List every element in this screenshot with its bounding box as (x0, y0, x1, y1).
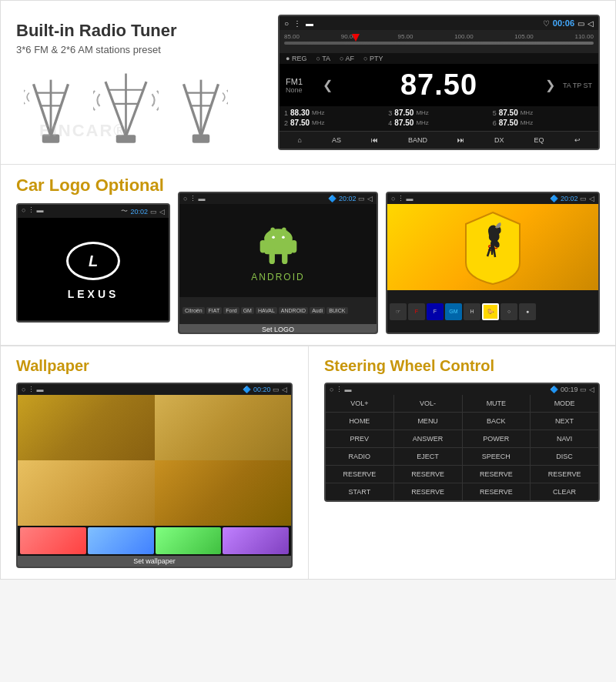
btn-menu[interactable]: MENU (394, 413, 462, 430)
wp-thumb-1[interactable] (20, 527, 86, 554)
radio-topbar: ○ ⋮ ▬ ♡ 00:06 ▭ ◁ (280, 16, 598, 30)
citroen-box: ☞ (390, 303, 407, 320)
ferrari-logo-strip: ☞ F F GM H 🐎 ○ ● (387, 290, 598, 333)
btn-reserve-5[interactable]: RESERVE (394, 483, 462, 500)
ctrl-as[interactable]: AS (329, 135, 344, 145)
lexus-topbar: ○ ⋮ ▬ 〜 20:02 ▭ ◁ (18, 205, 169, 218)
btn-back[interactable]: BACK (463, 413, 531, 430)
ctrl-next[interactable]: ⏭ (454, 135, 467, 145)
lexus-oval: L (66, 242, 120, 280)
radio-opt-ta[interactable]: ○ TA (316, 55, 330, 62)
radio-time: 00:06 (553, 18, 574, 28)
btn-next[interactable]: NEXT (531, 413, 598, 430)
ctrl-home[interactable]: ⌂ (295, 135, 305, 145)
btn-home[interactable]: HOME (326, 413, 393, 430)
svg-point-26 (272, 236, 275, 239)
btn-start[interactable]: START (326, 483, 393, 500)
antenna-icon-2 (93, 68, 159, 145)
wp-thumb-3[interactable] (156, 527, 222, 554)
ctrl-back[interactable]: ↩ (571, 135, 584, 145)
btn-reserve-4[interactable]: RESERVE (531, 466, 598, 483)
prev-arrow[interactable]: ❮ (323, 78, 333, 92)
ctrl-band[interactable]: BAND (405, 135, 430, 145)
btn-mute[interactable]: MUTE (463, 395, 531, 412)
radio-subtitle: 3*6 FM & 2*6 AM stations preset (16, 44, 263, 55)
radio-title: Built-in Radio Tuner (16, 21, 263, 41)
radio-presets: 1 88.30 MHz 3 87.50 MHz 5 87.50 MHz (280, 106, 598, 131)
steering-screen: ○ ⋮ ▬ 🔷 00:19 ▭ ◁ VOL+ VOL- MUTE MODE HO… (324, 383, 600, 502)
steering-section: Steering Wheel Control ○ ⋮ ▬ 🔷 00:19 ▭ ◁… (309, 346, 615, 579)
btn-vol-plus[interactable]: VOL+ (326, 395, 393, 412)
android-logo-area: ANDROID (179, 204, 377, 297)
steering-topbar: ○ ⋮ ▬ 🔷 00:19 ▭ ◁ (326, 384, 598, 395)
ford-chip: Ford (223, 307, 239, 314)
freq-scale: 85.00 90.00 95.00 100.00 105.00 110.00 (284, 33, 594, 40)
radio-opt-reg[interactable]: ● REG (286, 55, 306, 62)
btn-disc[interactable]: DISC (531, 448, 598, 465)
btn-eject[interactable]: EJECT (394, 448, 462, 465)
antenna-area: EINCAR® (16, 68, 263, 145)
audi-chip: Audi (310, 307, 325, 314)
logo-screens: ○ ⋮ ▬ 〜 20:02 ▭ ◁ L LEXUS (16, 203, 600, 334)
steering-time: 00:19 (561, 386, 578, 393)
lexus-screen: ○ ⋮ ▬ 〜 20:02 ▭ ◁ L LEXUS (16, 203, 170, 323)
wp-thumbnails (18, 526, 291, 556)
btn-clear[interactable]: CLEAR (531, 483, 598, 500)
svg-rect-23 (291, 240, 296, 253)
ferrari-set-logo[interactable]: Set LOGO (387, 333, 598, 334)
wp-thumb-2[interactable] (88, 527, 154, 554)
btn-speech[interactable]: SPEECH (463, 448, 531, 465)
ferrari-logo-area: SF ☞ F F GM H (387, 204, 598, 334)
preset-4[interactable]: 4 87.50 MHz (388, 119, 489, 127)
preset-1[interactable]: 1 88.30 MHz (284, 109, 385, 117)
sim-icon: ▬ (306, 19, 313, 28)
radio-main: FM1 None ❮ 87.50 ❯ TA TP ST (280, 64, 598, 106)
btn-navi[interactable]: NAVI (531, 430, 598, 447)
next-arrow[interactable]: ❯ (545, 78, 555, 92)
haval-chip: HAVAL (256, 307, 277, 314)
freq-marker (352, 34, 360, 42)
preset-row-2: 2 87.50 MHz 4 87.50 MHz 6 87.50 MHz (284, 119, 594, 127)
svg-rect-11 (116, 135, 136, 143)
btn-mode[interactable]: MODE (531, 395, 598, 412)
lexus-logo-area: L LEXUS (18, 218, 169, 320)
wp-tile-2 (155, 395, 292, 460)
freq-line (284, 42, 594, 45)
btn-power[interactable]: POWER (463, 430, 531, 447)
btn-radio[interactable]: RADIO (326, 448, 393, 465)
android-set-logo[interactable]: Set LOGO (179, 324, 377, 334)
wp-set-wallpaper[interactable]: Set wallpaper (18, 556, 291, 567)
ford-box: F (427, 303, 444, 320)
wp-tile-1 (18, 395, 155, 460)
radio-screen: ○ ⋮ ▬ ♡ 00:06 ▭ ◁ 85.00 90.00 95.00 100.… (278, 15, 600, 150)
preset-3[interactable]: 3 87.50 MHz (388, 109, 489, 117)
android-topbar: ○ ⋮ ▬ 🔷 20:02 ▭ ◁ (179, 193, 377, 204)
btn-reserve-2[interactable]: RESERVE (394, 466, 462, 483)
btn-reserve-6[interactable]: RESERVE (463, 483, 531, 500)
btn-answer[interactable]: ANSWER (394, 430, 462, 447)
lexus-chip: Lexus (79, 322, 99, 323)
radio-opt-af[interactable]: ○ AF (340, 55, 354, 62)
radio-ta-tp-st: TA TP ST (561, 82, 592, 89)
btn-prev[interactable]: PREV (326, 430, 393, 447)
steering-title: Steering Wheel Control (324, 357, 600, 375)
preset-2[interactable]: 2 87.50 MHz (284, 119, 385, 127)
preset-5[interactable]: 5 87.50 MHz (493, 109, 594, 117)
btn-reserve-3[interactable]: RESERVE (463, 466, 531, 483)
radio-options[interactable]: ● REG ○ TA ○ AF ○ PTY (280, 53, 598, 64)
ctrl-prev[interactable]: ⏮ (368, 135, 381, 145)
ctrl-dx[interactable]: DX (491, 135, 507, 145)
wp-thumb-4[interactable] (223, 527, 289, 554)
radio-label: FM1 None (286, 77, 316, 94)
ctrl-eq[interactable]: EQ (531, 135, 547, 145)
radio-opt-pty[interactable]: ○ PTY (363, 55, 383, 62)
preset-6[interactable]: 6 87.50 MHz (493, 119, 594, 127)
btn-vol-minus[interactable]: VOL- (394, 395, 462, 412)
mitsubishi-chip: ♦ (100, 322, 108, 323)
btn-reserve-1[interactable]: RESERVE (326, 466, 393, 483)
radio-controls: ⌂ AS ⏮ BAND ⏭ DX EQ ↩ (280, 131, 598, 149)
preset-row-1: 1 88.30 MHz 3 87.50 MHz 5 87.50 MHz (284, 109, 594, 117)
ferrari-shield: SF (387, 204, 598, 290)
fiat-chip: FIAT (206, 307, 223, 314)
citroen-chip: Citroën (182, 307, 205, 314)
